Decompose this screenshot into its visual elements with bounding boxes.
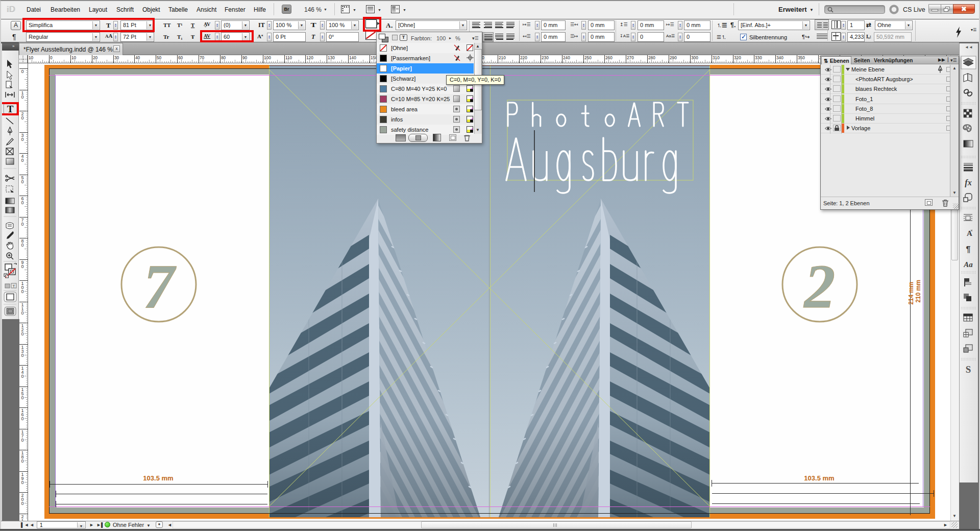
- svg-text:¶: ¶: [966, 245, 971, 254]
- svg-text:T: T: [13, 284, 15, 288]
- svg-text:S: S: [966, 364, 971, 375]
- svg-text:Aa: Aa: [963, 260, 973, 269]
- svg-text:fx: fx: [965, 178, 971, 187]
